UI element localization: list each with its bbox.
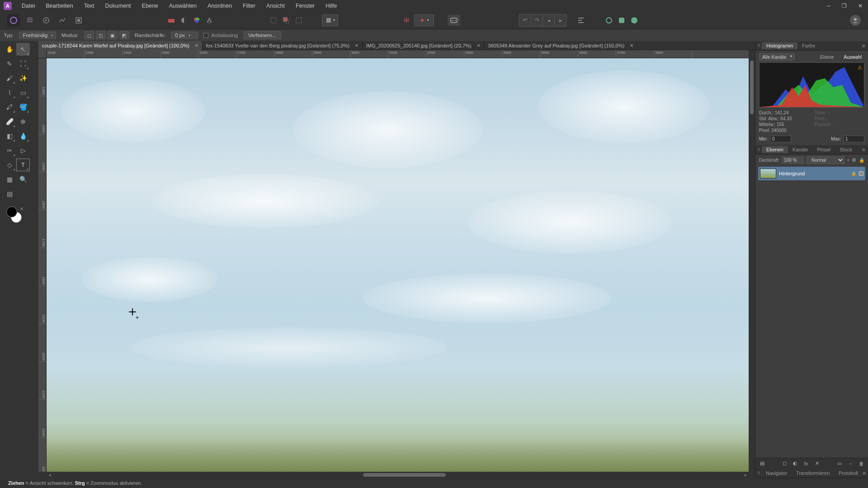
selection-subtract-icon[interactable] [294,15,304,25]
selection-add-icon[interactable] [281,15,291,25]
close-button[interactable]: ✕ [852,0,868,11]
node-tool-icon[interactable]: ▷ [16,144,30,157]
view-tool-icon[interactable]: ▤ [3,188,16,200]
menu-bearbeiten[interactable]: Bearbeiten [40,1,78,11]
swap-colors-icon[interactable]: ⤭ [20,206,24,211]
persona-develop-icon[interactable] [40,14,52,27]
canvas[interactable]: 2200230024002500260027002800290030003100… [38,50,755,478]
tab-transformieren[interactable]: Transformieren [792,469,834,477]
mode-sub-button[interactable]: ▣ [108,31,118,39]
layer-fx-icon[interactable]: ⚙ [852,157,856,163]
close-icon[interactable]: × [477,42,481,49]
document-tab[interactable]: 3805349 Alexander Grey auf Pixabay.jpg [… [484,41,637,50]
persona-export-icon[interactable] [72,14,85,27]
hand-tool-icon[interactable]: ✋ [3,43,16,56]
close-icon[interactable]: × [195,42,198,49]
delete-layer-icon[interactable]: 🗑 [857,460,865,468]
add-layer-icon[interactable]: ▫ [846,460,854,468]
move-tool-icon[interactable]: ↖ [16,43,30,56]
freehand-select-tool-icon[interactable]: ⌇ [3,86,16,99]
healing-tool-icon[interactable]: 🩹 [3,115,16,128]
menu-hilfe[interactable]: Hilfe [320,1,342,11]
layer-row[interactable]: Hintergrund 🔒 [758,167,865,180]
tab-histogramm[interactable]: Histogramm [762,42,797,49]
marquee-tool-icon[interactable]: ▭ [16,86,30,99]
antialias-checkbox[interactable]: Antialiasing [203,33,238,38]
scrollbar-vertical[interactable] [749,58,755,472]
rand-input[interactable]: 0 px [171,32,198,39]
redo-button[interactable]: ↷ [531,14,543,26]
persona-liquify-icon[interactable] [24,14,36,27]
ruler-origin[interactable] [38,50,47,58]
panel-drag-icon[interactable]: ⠿ [757,471,760,476]
minimize-button[interactable]: ─ [821,0,836,11]
layer-filter-icon[interactable]: ▤ [758,460,766,468]
panel-menu-icon[interactable]: ≡ [863,470,866,477]
menu-datei[interactable]: Datei [16,1,40,11]
ruler-vertical[interactable]: 1300140015001600170018001900200021002200… [38,58,47,472]
tab-protokoll[interactable]: Protokoll [834,469,863,477]
autocolor-icon[interactable] [192,15,202,25]
menu-ansicht[interactable]: Ansicht [261,1,290,11]
snap-options-dropdown[interactable]: ▾ [414,14,434,26]
tab-farbe[interactable]: Farbe [797,42,820,49]
add-live-icon[interactable]: ✕ [813,460,821,468]
panel-drag-icon[interactable]: ⠿ [757,147,761,152]
add-fx-icon[interactable]: fx [802,460,810,468]
document-tab[interactable]: couple-1718244 Karen Warfel auf Pixabay.… [38,41,203,50]
histo-ebene-button[interactable]: Ebene [817,54,836,60]
mode-new-button[interactable]: ◻ [84,31,94,39]
group-layer-icon[interactable]: ▭ [835,460,844,468]
close-icon[interactable]: × [355,42,359,49]
maximize-button[interactable]: ❐ [836,0,852,11]
panel-drag-icon[interactable]: ⠿ [757,43,761,48]
menu-auswaehlen[interactable]: Auswählen [164,1,202,11]
canvas-viewport[interactable]: ＋+ [47,58,749,472]
menu-dokument[interactable]: Dokument [100,1,137,11]
history-fwd-button[interactable]: ▸ [555,14,566,26]
pen-tool-icon[interactable]: ✑ [3,144,16,157]
selection-brush-tool-icon[interactable]: 🖌 [3,72,16,84]
dodge-tool-icon[interactable]: 💧 [16,130,30,142]
menu-anordnen[interactable]: Anordnen [202,1,237,11]
autocorrect-icon[interactable] [166,15,176,25]
scrollbar-horizontal[interactable]: ◂▸ [47,472,749,478]
quickmask-dropdown[interactable]: ▾ [322,14,338,26]
persona-photo-icon[interactable] [7,14,20,27]
max-input[interactable] [844,136,864,142]
clone-tool-icon[interactable]: ⊕ [16,115,30,128]
mesh-tool-icon[interactable]: ▦ [3,173,16,186]
ruler-horizontal[interactable]: 2200230024002500260027002800290030003100… [47,50,749,58]
align-icon[interactable] [576,15,586,25]
text-tool-icon[interactable]: T [16,159,30,171]
color-swatches[interactable]: ⤭ [6,206,24,225]
document-tab[interactable]: IMG_20200625_205140.jpg [Geändert] (20,7… [363,41,485,50]
tab-ebenen[interactable]: Ebenen [762,146,788,153]
scrollbar-thumb[interactable] [750,61,754,114]
autowb-icon[interactable] [204,15,214,25]
persona-tone-icon[interactable] [56,14,69,27]
channel-dropdown[interactable]: Alle Kanäle [759,53,795,61]
close-icon[interactable]: × [630,42,633,49]
menu-fenster[interactable]: Fenster [290,1,320,11]
color-picker-tool-icon[interactable]: ✎ [3,57,16,70]
panel-menu-icon[interactable]: ≡ [862,146,865,153]
addon-icon[interactable] [617,15,627,25]
crop-tool-icon[interactable]: ⛶ [16,57,30,70]
mode-intersect-button[interactable]: ◩ [119,31,129,39]
account-avatar-icon[interactable] [850,15,861,26]
layer-visibility-checkbox[interactable] [859,171,863,176]
add-adjustment-icon[interactable]: ◐ [791,460,799,468]
tab-stock[interactable]: Stock [835,146,857,153]
mode-add-button[interactable]: ◫ [96,31,106,39]
refine-button[interactable]: Verfeinern... [243,31,281,39]
undo-button[interactable]: ↶ [519,14,531,26]
tab-navigator[interactable]: Navigator [761,469,792,477]
flood-select-tool-icon[interactable]: ✨ [16,72,30,84]
selection-new-icon[interactable] [269,15,278,25]
paint-brush-tool-icon[interactable]: 🖍 [3,101,16,113]
min-input[interactable] [770,136,791,142]
tab-pinsel[interactable]: Pinsel [812,146,835,153]
erase-tool-icon[interactable]: ◧ [3,130,16,142]
panel-menu-icon[interactable]: ≡ [862,42,865,49]
